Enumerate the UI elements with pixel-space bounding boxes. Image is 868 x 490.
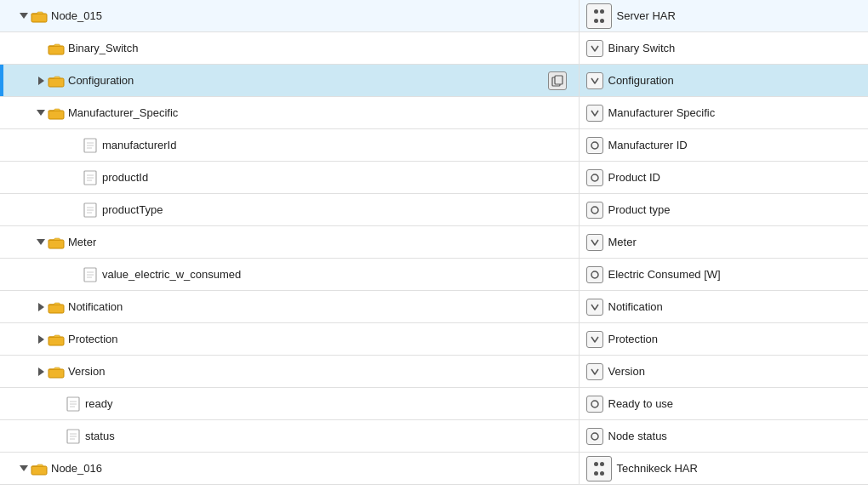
node-label: Version (68, 365, 105, 378)
circle-type-icon (586, 202, 603, 219)
svg-rect-29 (49, 369, 64, 378)
node-label: productType (102, 203, 163, 216)
tree-expander[interactable] (34, 236, 48, 249)
right-label: Product ID (608, 171, 660, 184)
table-row[interactable]: status Node status (0, 420, 868, 453)
right-label: Electric Consumed [W] (608, 268, 721, 281)
right-label: Version (608, 365, 645, 378)
folder-icon (48, 333, 65, 346)
right-cell: Protection (580, 323, 869, 355)
folder-icon (48, 236, 65, 249)
svg-point-10 (591, 142, 598, 149)
table-row[interactable]: manufacturerId Manufacturer ID (0, 129, 868, 162)
document-icon (65, 430, 82, 443)
svg-rect-1 (49, 46, 64, 54)
document-icon (82, 203, 99, 217)
folder-icon (31, 9, 48, 23)
table-row[interactable]: productId Product ID (0, 162, 868, 194)
tree-expander[interactable] (17, 462, 31, 476)
node-label: Protection (68, 333, 118, 345)
node-label: Node_015 (51, 9, 102, 22)
table-row[interactable]: Protection Protection (0, 323, 868, 356)
table-row[interactable]: ready Ready to use (0, 388, 868, 420)
down-arrow-type-icon (586, 72, 603, 89)
node-label: Manufacturer_Specific (68, 106, 178, 119)
right-cell: Product ID (580, 162, 869, 193)
node-label: manufacturerId (102, 139, 176, 151)
node-label: ready (85, 397, 113, 410)
tree-expander[interactable] (34, 106, 48, 120)
right-label: Node status (608, 430, 667, 442)
right-cell: Node status (580, 420, 869, 452)
node-label: Meter (68, 236, 96, 248)
svg-rect-27 (49, 305, 64, 313)
right-label: Protection (608, 333, 659, 345)
right-cell: Server HAR (580, 0, 869, 31)
svg-point-34 (591, 401, 598, 407)
table-row[interactable]: Notification Notification (0, 291, 868, 323)
right-label: Product type (608, 203, 671, 216)
svg-rect-0 (31, 14, 47, 22)
tree-expander[interactable] (17, 9, 31, 23)
svg-point-39 (591, 433, 598, 440)
svg-point-26 (591, 271, 598, 278)
down-arrow-type-icon (586, 331, 603, 348)
right-cell: Technikeck HAR (580, 453, 869, 484)
right-label: Manufacturer Specific (608, 106, 716, 119)
tree-expander[interactable] (34, 74, 48, 88)
down-arrow-type-icon (586, 363, 603, 380)
right-label: Configuration (608, 74, 674, 87)
table-row[interactable]: Binary_Switch Binary Switch (0, 32, 868, 65)
right-cell: Manufacturer ID (580, 129, 869, 161)
node-label: Notification (68, 300, 123, 313)
table-row[interactable]: Node_016 Technikeck HAR (0, 453, 868, 485)
right-cell: Configuration (580, 65, 869, 96)
table-row[interactable]: Meter Meter (0, 226, 868, 259)
down-arrow-type-icon (586, 40, 603, 57)
table-row[interactable]: productType Product type (0, 194, 868, 226)
node-label: Binary_Switch (68, 42, 138, 54)
tree-expander[interactable] (34, 365, 48, 379)
right-cell: Manufacturer Specific (580, 97, 869, 128)
document-icon (82, 268, 99, 282)
folder-icon (48, 106, 65, 120)
right-cell: Meter (580, 226, 869, 258)
copy-button[interactable] (548, 71, 567, 90)
node-label: Node_016 (51, 462, 102, 475)
right-cell: Product type (580, 194, 869, 225)
grid-type-icon (586, 3, 612, 29)
document-icon (82, 139, 99, 152)
right-label: Meter (608, 236, 637, 248)
tree-expander[interactable] (34, 300, 48, 314)
svg-rect-40 (31, 466, 47, 475)
table-row[interactable]: value_electric_w_consumed Electric Consu… (0, 259, 868, 291)
circle-type-icon (586, 396, 603, 413)
circle-type-icon (586, 428, 603, 445)
folder-icon (48, 300, 65, 314)
right-label: Server HAR (617, 9, 676, 22)
circle-type-icon (586, 266, 603, 283)
svg-point-20 (591, 207, 598, 214)
table-row[interactable]: Node_015 Server HAR (0, 0, 868, 32)
svg-rect-28 (49, 337, 64, 345)
tree-expander[interactable] (34, 333, 48, 346)
node-label: Configuration (68, 74, 134, 87)
svg-rect-5 (49, 111, 64, 119)
right-label: Binary Switch (608, 42, 676, 54)
document-icon (82, 171, 99, 185)
right-label: Notification (608, 300, 663, 313)
table-row[interactable]: Configuration Configuration (0, 65, 868, 97)
node-label: status (85, 430, 115, 442)
svg-point-15 (591, 174, 598, 181)
folder-icon (48, 42, 65, 55)
svg-rect-4 (555, 76, 562, 84)
right-cell: Version (580, 356, 869, 387)
table-row[interactable]: Manufacturer_Specific Manufacturer Speci… (0, 97, 868, 129)
folder-icon (48, 365, 65, 379)
table-row[interactable]: Version Version (0, 356, 868, 388)
node-label: productId (102, 171, 148, 184)
down-arrow-type-icon (586, 234, 603, 251)
folder-icon (31, 462, 48, 476)
circle-type-icon (586, 137, 603, 154)
down-arrow-type-icon (586, 105, 603, 122)
